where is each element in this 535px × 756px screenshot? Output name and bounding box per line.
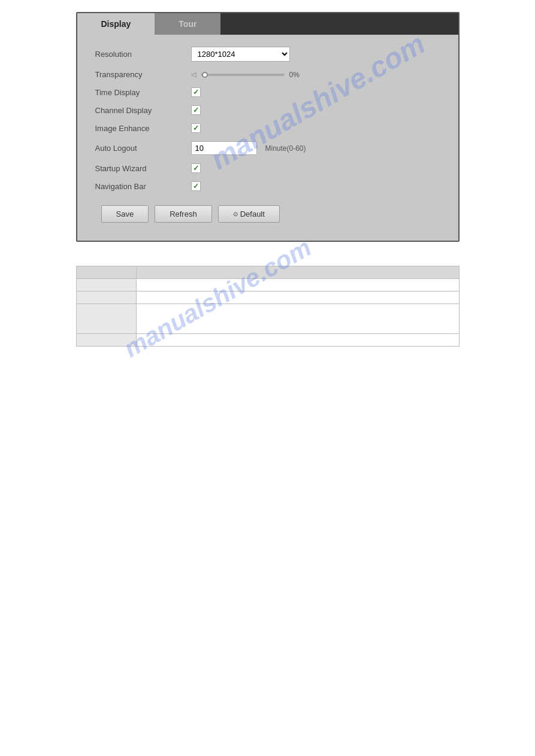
- table-header-col2: [136, 266, 459, 279]
- table-cell-label: [76, 334, 136, 347]
- resolution-control: 1280*1024 1920*1080 1024*768: [191, 47, 290, 62]
- tab-bar: Display Tour: [77, 13, 458, 35]
- navigation-bar-control: [191, 181, 201, 191]
- data-table: [76, 266, 460, 347]
- navigation-bar-label: Navigation Bar: [95, 182, 191, 191]
- table-cell-value: [136, 334, 459, 347]
- table-cell-value: [136, 304, 459, 334]
- time-display-label: Time Display: [95, 88, 191, 97]
- table-row: [76, 279, 459, 292]
- resolution-label: Resolution: [95, 50, 191, 59]
- time-display-row: Time Display: [95, 87, 440, 97]
- auto-logout-input[interactable]: [191, 141, 257, 155]
- transparency-row: Transparency ◁ 0%: [95, 70, 440, 79]
- transparency-slider-thumb[interactable]: [202, 72, 208, 78]
- default-icon: ⊙: [233, 211, 238, 217]
- auto-logout-unit: Minute(0-60): [265, 144, 306, 153]
- navigation-bar-checkbox[interactable]: [191, 181, 201, 191]
- transparency-value: 0%: [289, 71, 300, 79]
- table-cell-value: [136, 279, 459, 292]
- default-button[interactable]: ⊙ Default: [218, 205, 280, 223]
- resolution-select[interactable]: 1280*1024 1920*1080 1024*768: [191, 47, 290, 62]
- transparency-slider-track[interactable]: [201, 74, 285, 76]
- startup-wizard-label: Startup Wizard: [95, 164, 191, 173]
- button-row: Save Refresh ⊙ Default: [95, 205, 440, 223]
- table-row: [76, 292, 459, 304]
- time-display-checkbox[interactable]: [191, 87, 201, 97]
- channel-display-row: Channel Display: [95, 105, 440, 115]
- channel-display-control: [191, 105, 201, 115]
- table-header-col1: [76, 266, 136, 279]
- table-row: [76, 334, 459, 347]
- table-cell-value: [136, 292, 459, 304]
- panel-body: Resolution 1280*1024 1920*1080 1024*768 …: [77, 35, 458, 241]
- image-enhance-row: Image Enhance: [95, 123, 440, 133]
- channel-display-label: Channel Display: [95, 106, 191, 115]
- startup-wizard-control: [191, 163, 201, 173]
- tab-display[interactable]: Display: [77, 13, 155, 35]
- image-enhance-checkbox[interactable]: [191, 123, 201, 133]
- refresh-button[interactable]: Refresh: [155, 205, 212, 223]
- channel-display-checkbox[interactable]: [191, 105, 201, 115]
- save-button[interactable]: Save: [101, 205, 149, 223]
- auto-logout-row: Auto Logout Minute(0-60): [95, 141, 440, 155]
- resolution-select-wrapper[interactable]: 1280*1024 1920*1080 1024*768: [191, 47, 290, 62]
- auto-logout-control: Minute(0-60): [191, 141, 306, 155]
- default-label: Default: [240, 210, 265, 218]
- auto-logout-label: Auto Logout: [95, 144, 191, 153]
- table-cell-label: [76, 292, 136, 304]
- transparency-control: ◁ 0%: [191, 71, 300, 79]
- navigation-bar-row: Navigation Bar: [95, 181, 440, 191]
- time-display-control: [191, 87, 201, 97]
- table-section: manualshive.com: [76, 266, 460, 347]
- transparency-label: Transparency: [95, 70, 191, 79]
- image-enhance-control: [191, 123, 201, 133]
- display-panel: manualshive.com Display Tour Resolution …: [76, 12, 460, 242]
- tab-tour[interactable]: Tour: [155, 13, 220, 35]
- startup-wizard-checkbox[interactable]: [191, 163, 201, 173]
- resolution-row: Resolution 1280*1024 1920*1080 1024*768: [95, 47, 440, 62]
- slider-left-arrow: ◁: [191, 71, 196, 78]
- table-header-row: [76, 266, 459, 279]
- startup-wizard-row: Startup Wizard: [95, 163, 440, 173]
- table-cell-label: [76, 279, 136, 292]
- transparency-slider-container: ◁ 0%: [191, 71, 300, 79]
- table-row: [76, 304, 459, 334]
- image-enhance-label: Image Enhance: [95, 124, 191, 133]
- table-cell-label: [76, 304, 136, 334]
